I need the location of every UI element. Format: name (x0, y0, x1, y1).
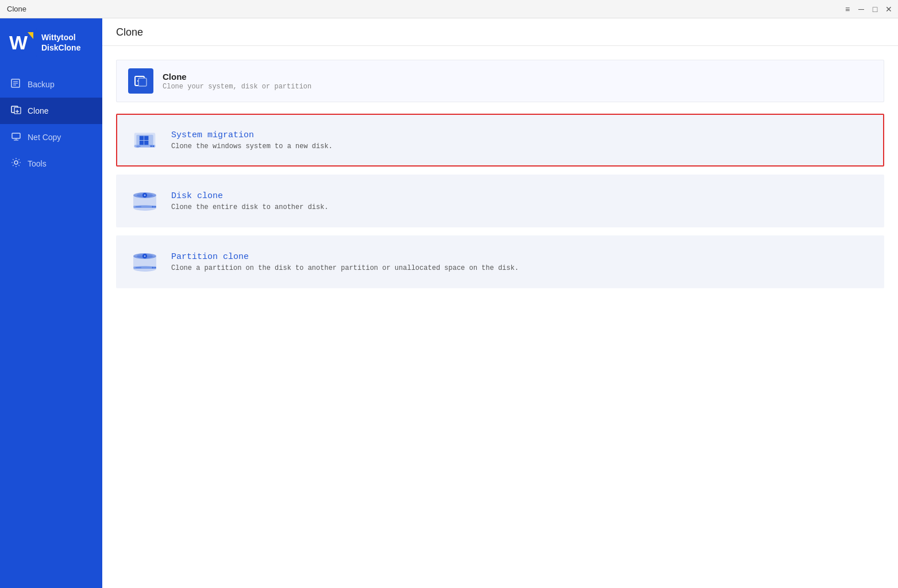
partition-clone-text: Partition clone Clone a partition on the… (171, 252, 519, 272)
menu-button[interactable]: ≡ (843, 5, 852, 14)
sidebar-item-tools[interactable]: Tools (0, 150, 102, 177)
app-logo-icon: W (7, 28, 37, 57)
svg-rect-47 (136, 268, 141, 268)
title-bar-title: Clone (7, 5, 26, 13)
app-body: W Wittytool DiskClone (0, 18, 898, 588)
svg-rect-37 (136, 207, 141, 207)
logo-text: Wittytool DiskClone (41, 32, 80, 53)
disk-clone-text: Disk clone Clone the entire disk to anot… (171, 191, 329, 211)
system-migration-desc: Clone the windows system to a new disk. (171, 142, 333, 150)
sidebar-item-clone[interactable]: Clone (0, 98, 102, 124)
title-bar-controls: ≡ ─ □ ✕ (843, 5, 893, 14)
disk-clone-card[interactable]: Disk clone Clone the entire disk to anot… (116, 175, 884, 227)
svg-point-39 (155, 206, 156, 208)
sidebar-item-netcopy[interactable]: Net Copy (0, 124, 102, 150)
svg-point-45 (144, 256, 146, 257)
disk-clone-desc: Clone the entire disk to another disk. (171, 203, 329, 211)
partition-clone-title: Partition clone (171, 252, 519, 262)
main-content: Clone Clone Clone your system, disk or p… (102, 18, 898, 588)
close-button[interactable]: ✕ (884, 5, 893, 14)
svg-rect-18 (138, 78, 147, 86)
page-header: Clone (102, 18, 898, 46)
system-migration-card[interactable]: System migration Clone the windows syste… (116, 114, 884, 167)
sidebar-item-netcopy-label: Net Copy (28, 133, 61, 142)
sidebar-item-backup-label: Backup (28, 80, 55, 89)
minimize-button[interactable]: ─ (857, 5, 866, 14)
svg-point-38 (152, 206, 154, 208)
disk-clone-icon (130, 186, 160, 216)
sidebar-item-tools-label: Tools (28, 159, 47, 168)
backup-icon (10, 78, 22, 91)
svg-text:W: W (9, 32, 28, 53)
system-migration-icon (130, 125, 160, 155)
partition-clone-desc: Clone a partition on the disk to another… (171, 264, 519, 272)
svg-rect-23 (140, 141, 144, 145)
svg-point-49 (155, 267, 156, 269)
partition-clone-icon (130, 247, 160, 277)
clone-main-label: Clone (163, 72, 311, 82)
disk-clone-title: Disk clone (171, 191, 329, 201)
svg-point-14 (14, 161, 18, 164)
clone-icon (10, 105, 22, 117)
system-migration-title: System migration (171, 130, 333, 140)
svg-rect-29 (136, 147, 139, 148)
page-title: Clone (116, 26, 884, 38)
svg-point-35 (144, 195, 146, 196)
svg-rect-21 (140, 136, 144, 140)
system-migration-text: System migration Clone the windows syste… (171, 130, 333, 150)
svg-point-48 (152, 267, 154, 269)
tools-icon (10, 157, 22, 170)
clone-header-icon (128, 68, 153, 94)
svg-rect-22 (144, 136, 148, 140)
sidebar-item-clone-label: Clone (28, 106, 49, 115)
svg-rect-24 (144, 141, 148, 145)
clone-header-card: Clone Clone your system, disk or partiti… (116, 60, 884, 102)
sidebar-item-backup[interactable]: Backup (0, 71, 102, 98)
clone-header-text: Clone Clone your system, disk or partiti… (163, 72, 311, 91)
sidebar-logo: W Wittytool DiskClone (0, 18, 102, 67)
content-area: Clone Clone your system, disk or partiti… (102, 46, 898, 588)
svg-rect-28 (136, 146, 140, 146)
svg-rect-11 (12, 133, 20, 138)
sidebar-nav: Backup Clone (0, 71, 102, 177)
svg-point-27 (152, 145, 154, 147)
sidebar: W Wittytool DiskClone (0, 18, 102, 588)
maximize-button[interactable]: □ (870, 5, 880, 14)
title-bar: Clone ≡ ─ □ ✕ (0, 0, 898, 18)
clone-sub-label: Clone your system, disk or partition (163, 83, 311, 91)
netcopy-icon (10, 131, 22, 144)
svg-point-26 (151, 145, 152, 147)
partition-clone-card[interactable]: Partition clone Clone a partition on the… (116, 235, 884, 288)
